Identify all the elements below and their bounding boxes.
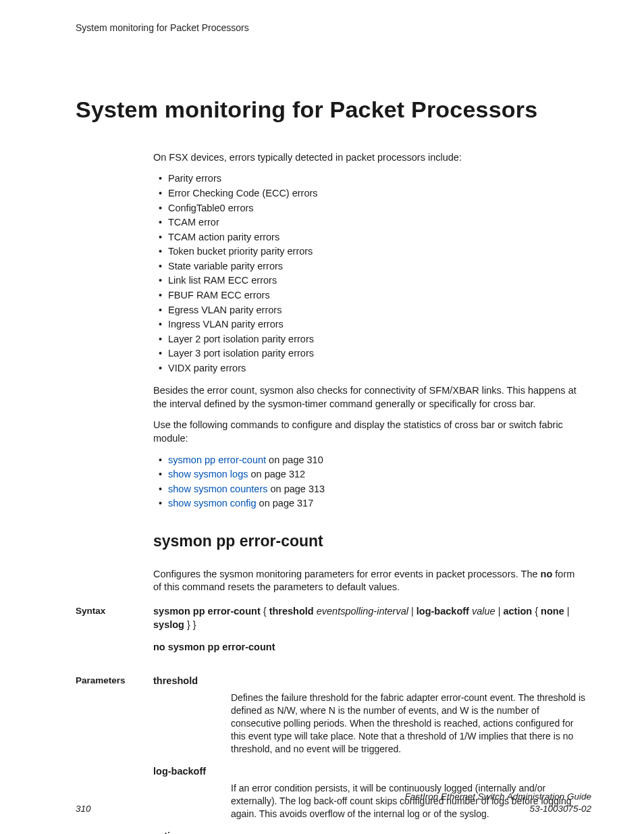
syntax-keyword: log-backoff bbox=[417, 606, 469, 617]
list-item: Parity errors bbox=[153, 172, 585, 186]
syntax-line: sysmon pp error-count { threshold events… bbox=[153, 605, 589, 631]
breadcrumb: System monitoring for Packet Processors bbox=[76, 22, 249, 34]
footer-guide-title: FastIron Ethernet Switch Administration … bbox=[405, 791, 591, 803]
error-list: Parity errors Error Checking Code (ECC) … bbox=[153, 172, 585, 375]
xref-suffix: on page 312 bbox=[248, 469, 305, 479]
syntax-variable: events bbox=[317, 606, 346, 617]
parameter-desc: Defines the failure threshold for the fa… bbox=[231, 692, 589, 755]
list-item: Error Checking Code (ECC) errors bbox=[153, 187, 585, 201]
list-item: sysmon pp error-count on page 310 bbox=[153, 454, 585, 467]
syntax-variable: value bbox=[472, 606, 495, 617]
list-item: show sysmon logs on page 312 bbox=[153, 468, 585, 481]
list-item: Layer 3 port isolation parity errors bbox=[153, 347, 585, 361]
xref-suffix: on page 317 bbox=[257, 498, 314, 509]
syntax-command: no sysmon pp error-count bbox=[153, 642, 275, 652]
syntax-sep: | bbox=[495, 606, 504, 617]
section-heading: sysmon pp error-count bbox=[153, 531, 589, 552]
parameter-row: action bbox=[153, 830, 589, 834]
syntax-brace: { bbox=[532, 606, 541, 617]
syntax-command: sysmon pp error-count bbox=[153, 606, 261, 617]
syntax-block: Syntax sysmon pp error-count { threshold… bbox=[76, 605, 589, 664]
no-syntax-line: no sysmon pp error-count bbox=[153, 641, 589, 654]
page-number: 310 bbox=[76, 803, 91, 815]
body-paragraph: Besides the error count, sysmon also che… bbox=[153, 384, 585, 411]
list-item: TCAM action parity errors bbox=[153, 231, 585, 244]
list-item: show sysmon counters on page 313 bbox=[153, 483, 585, 496]
xref-link[interactable]: sysmon pp error-count bbox=[168, 454, 266, 465]
list-item: Token bucket priority parity errors bbox=[153, 245, 585, 259]
page-title: System monitoring for Packet Processors bbox=[76, 95, 589, 126]
list-item: VIDX parity errors bbox=[153, 362, 585, 375]
syntax-keyword: action bbox=[503, 606, 532, 617]
syntax-sep: | bbox=[564, 606, 570, 617]
list-item: Link list RAM ECC errors bbox=[153, 274, 585, 288]
parameter-name: log-backoff bbox=[153, 765, 589, 779]
list-item: State variable parity errors bbox=[153, 260, 585, 273]
list-item: show sysmon config on page 317 bbox=[153, 497, 585, 511]
list-item: FBUF RAM ECC errors bbox=[153, 289, 585, 303]
page-footer: 310 FastIron Ethernet Switch Administrat… bbox=[76, 791, 591, 815]
xref-suffix: on page 310 bbox=[266, 454, 323, 465]
syntax-keyword: none bbox=[541, 606, 564, 617]
block-label-syntax: Syntax bbox=[76, 605, 153, 664]
parameter-name: threshold bbox=[153, 675, 589, 688]
text-run: Configures the sysmon monitoring paramet… bbox=[153, 569, 541, 579]
body-paragraph: Use the following commands to configure … bbox=[153, 419, 585, 445]
keyword: no bbox=[541, 569, 553, 579]
list-item: Layer 2 port isolation parity errors bbox=[153, 333, 585, 346]
syntax-sep: | bbox=[408, 606, 417, 617]
list-item: Ingress VLAN parity errors bbox=[153, 318, 585, 332]
syntax-brace: } } bbox=[184, 619, 196, 630]
xref-link[interactable]: show sysmon config bbox=[168, 498, 257, 509]
list-item: Egress VLAN parity errors bbox=[153, 304, 585, 317]
syntax-keyword: threshold bbox=[269, 606, 314, 617]
list-item: ConfigTable0 errors bbox=[153, 202, 585, 215]
xref-suffix: on page 313 bbox=[267, 484, 325, 494]
section-intro: Configures the sysmon monitoring paramet… bbox=[153, 568, 585, 594]
xref-link[interactable]: show sysmon logs bbox=[168, 469, 248, 479]
parameter-name: action bbox=[153, 830, 589, 834]
list-item: TCAM error bbox=[153, 216, 585, 230]
syntax-variable: polling-interval bbox=[345, 606, 408, 617]
syntax-brace: { bbox=[261, 606, 269, 617]
parameter-row: threshold Defines the failure threshold … bbox=[153, 675, 589, 756]
xref-list: sysmon pp error-count on page 310 show s… bbox=[153, 454, 585, 511]
xref-link[interactable]: show sysmon counters bbox=[168, 484, 267, 494]
syntax-keyword: syslog bbox=[153, 619, 184, 630]
page-content: System monitoring for Packet Processors … bbox=[76, 95, 589, 834]
footer-doc-number: 53-1003075-02 bbox=[405, 803, 591, 815]
intro-paragraph: On FSX devices, errors typically detecte… bbox=[153, 151, 585, 165]
